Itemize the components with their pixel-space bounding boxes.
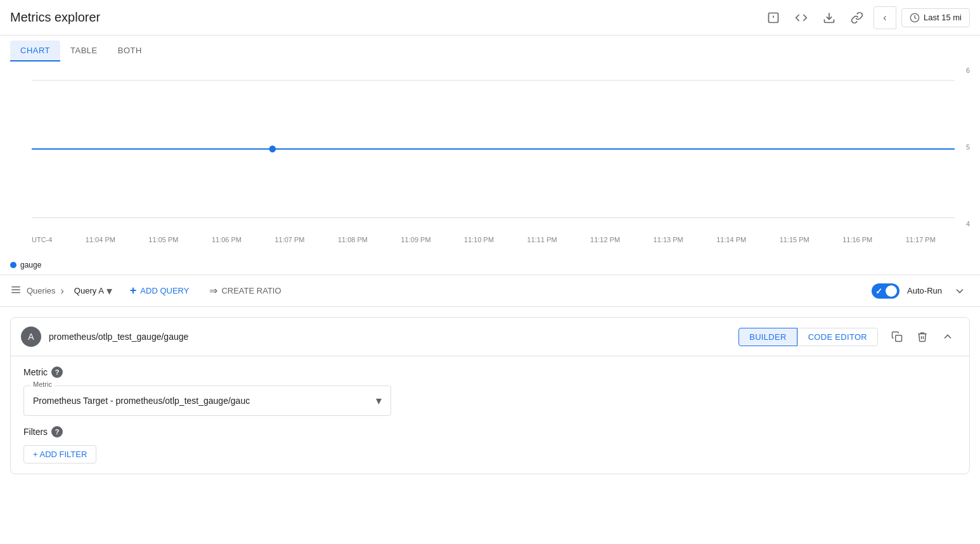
x-label-1110: 11:10 PM bbox=[464, 236, 494, 243]
header-actions: ‹ Last 15 mi bbox=[762, 6, 970, 29]
add-query-icon: + bbox=[130, 284, 137, 297]
link-icon-button[interactable] bbox=[846, 6, 868, 29]
y-label-4: 4 bbox=[966, 220, 970, 228]
queries-menu-icon bbox=[10, 284, 22, 298]
svg-point-8 bbox=[269, 146, 276, 153]
chart-tabs: CHART TABLE BOTH bbox=[0, 36, 980, 62]
y-label-6: 6 bbox=[966, 67, 970, 74]
create-ratio-label: CREATE RATIO bbox=[221, 286, 281, 295]
query-editor-header: A prometheus/otlp_test_gauge/gauge BUILD… bbox=[11, 318, 969, 356]
download-icon-button[interactable] bbox=[818, 6, 841, 29]
y-label-5: 5 bbox=[966, 143, 970, 151]
filters-label-row: Filters ? bbox=[23, 426, 957, 437]
create-ratio-icon: ⇒ bbox=[209, 285, 217, 297]
expand-button[interactable] bbox=[936, 325, 959, 348]
toggle-slider: ✓ bbox=[872, 283, 899, 299]
chart-svg bbox=[32, 67, 955, 231]
code-icon-button[interactable] bbox=[790, 6, 813, 29]
x-label-1106: 11:06 PM bbox=[212, 236, 242, 243]
builder-tab[interactable]: BUILDER bbox=[738, 328, 797, 346]
metric-dropdown-value: Prometheus Target - prometheus/otlp_test… bbox=[33, 396, 250, 406]
tab-chart[interactable]: CHART bbox=[10, 41, 60, 62]
x-label-1115: 11:15 PM bbox=[780, 236, 809, 243]
query-metric-name: prometheus/otlp_test_gauge/gauge bbox=[49, 332, 731, 342]
auto-run-label: Auto-Run bbox=[907, 286, 942, 295]
x-label-1117: 11:17 PM bbox=[906, 236, 936, 243]
time-range-button[interactable]: Last 15 mi bbox=[901, 8, 970, 27]
x-label-1116: 11:16 PM bbox=[842, 236, 872, 243]
editor-action-buttons bbox=[886, 325, 959, 348]
tab-both[interactable]: BOTH bbox=[108, 41, 152, 62]
metric-dropdown[interactable]: Prometheus Target - prometheus/otlp_test… bbox=[24, 386, 390, 415]
chart-area: 6 5 4 UTC-4 11:04 PM 11:05 PM 11:06 PM 1… bbox=[0, 62, 980, 258]
chart-legend: gauge bbox=[0, 258, 980, 275]
time-range-label: Last 15 mi bbox=[924, 13, 962, 22]
filters-section: Filters ? + ADD FILTER bbox=[11, 426, 969, 474]
filters-section-label: Filters bbox=[23, 427, 48, 437]
add-query-label: ADD QUERY bbox=[140, 286, 189, 295]
breadcrumb-arrow-icon: › bbox=[61, 285, 64, 297]
add-query-button[interactable]: + ADD QUERY bbox=[122, 280, 197, 301]
query-selector[interactable]: Query A ▾ bbox=[69, 282, 117, 301]
alert-icon-button[interactable] bbox=[762, 6, 785, 29]
metric-field-label: Metric bbox=[30, 380, 55, 388]
back-button[interactable]: ‹ bbox=[874, 6, 896, 29]
x-label-1108: 11:08 PM bbox=[338, 236, 368, 243]
legend-label: gauge bbox=[20, 261, 41, 269]
tab-table[interactable]: TABLE bbox=[60, 41, 108, 62]
auto-run-toggle[interactable]: ✓ bbox=[872, 283, 899, 299]
x-label-1114: 11:14 PM bbox=[716, 236, 746, 243]
editor-tabs: BUILDER CODE EDITOR bbox=[738, 328, 878, 346]
create-ratio-button[interactable]: ⇒ CREATE RATIO bbox=[202, 281, 288, 301]
queries-label: Queries bbox=[27, 286, 56, 295]
chart-y-axis: 6 5 4 bbox=[966, 62, 970, 233]
metric-dropdown-wrapper: Metric Prometheus Target - prometheus/ot… bbox=[23, 385, 391, 416]
chart-section: CHART TABLE BOTH 6 5 4 UTC-4 11:04 PM 11… bbox=[0, 36, 980, 275]
query-badge: A bbox=[21, 327, 41, 347]
x-label-1111: 11:11 PM bbox=[527, 236, 557, 243]
toggle-check-icon: ✓ bbox=[875, 287, 882, 296]
metric-help-icon[interactable]: ? bbox=[51, 366, 63, 378]
chart-x-labels: UTC-4 11:04 PM 11:05 PM 11:06 PM 11:07 P… bbox=[32, 233, 955, 243]
x-label-1107: 11:07 PM bbox=[274, 236, 304, 243]
app-header: Metrics explorer bbox=[0, 0, 980, 36]
query-name-label: Query A bbox=[74, 286, 104, 295]
x-label-1113: 11:13 PM bbox=[654, 236, 683, 243]
svg-rect-12 bbox=[896, 335, 902, 342]
page-title: Metrics explorer bbox=[10, 10, 100, 25]
collapse-button[interactable] bbox=[950, 281, 970, 301]
add-filter-label: + ADD FILTER bbox=[33, 450, 87, 459]
x-label-1104: 11:04 PM bbox=[86, 236, 115, 243]
query-bar-right: ✓ Auto-Run bbox=[872, 281, 970, 301]
x-label-1112: 11:12 PM bbox=[590, 236, 620, 243]
x-label-1109: 11:09 PM bbox=[401, 236, 430, 243]
code-editor-tab[interactable]: CODE EDITOR bbox=[797, 328, 878, 346]
x-label-1105: 11:05 PM bbox=[148, 236, 178, 243]
add-filter-button[interactable]: + ADD FILTER bbox=[23, 445, 96, 463]
metric-section: Metric ? Metric Prometheus Target - prom… bbox=[11, 356, 969, 426]
copy-button[interactable] bbox=[886, 325, 908, 348]
metric-dropdown-arrow-icon: ▾ bbox=[376, 394, 382, 408]
query-dropdown-arrow: ▾ bbox=[106, 284, 112, 298]
metric-label-row: Metric ? bbox=[23, 366, 957, 378]
x-label-utc: UTC-4 bbox=[32, 236, 52, 243]
filters-help-icon[interactable]: ? bbox=[51, 426, 63, 437]
query-editor-panel: A prometheus/otlp_test_gauge/gauge BUILD… bbox=[10, 317, 970, 474]
delete-button[interactable] bbox=[911, 325, 934, 348]
query-bar: Queries › Query A ▾ + ADD QUERY ⇒ CREATE… bbox=[0, 275, 980, 307]
metric-section-label: Metric bbox=[23, 367, 48, 377]
query-bar-left: Queries › Query A ▾ + ADD QUERY ⇒ CREATE… bbox=[10, 280, 867, 301]
legend-dot bbox=[10, 262, 16, 268]
